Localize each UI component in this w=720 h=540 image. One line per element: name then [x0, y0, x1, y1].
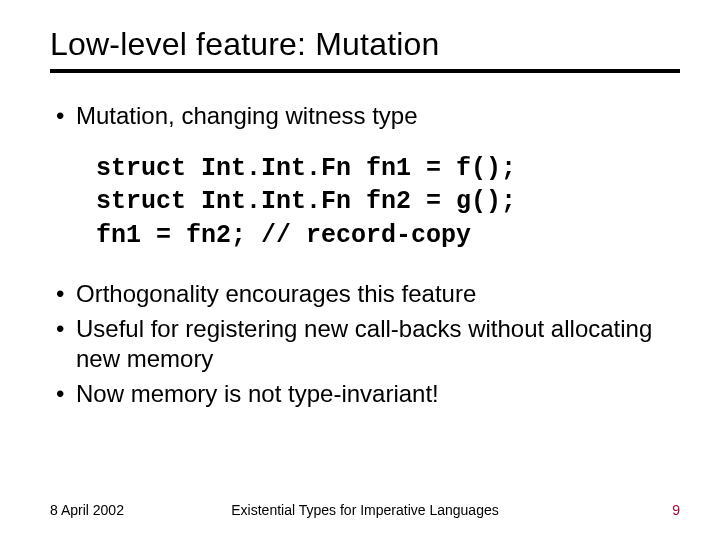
bullets-bottom: Orthogonality encourages this feature Us… [52, 279, 680, 410]
bullet-item: Mutation, changing witness type [52, 101, 680, 132]
code-block: struct Int.Int.Fn fn1 = f(); struct Int.… [96, 152, 680, 253]
bullet-item: Now memory is not type-invariant! [52, 379, 680, 410]
title-rule [50, 69, 680, 73]
footer-page: 9 [672, 502, 680, 518]
slide-title: Low-level feature: Mutation [50, 26, 680, 63]
bullet-item: Useful for registering new call-backs wi… [52, 314, 680, 375]
bullet-item: Orthogonality encourages this feature [52, 279, 680, 310]
footer-title: Existential Types for Imperative Languag… [50, 502, 680, 518]
slide: Low-level feature: Mutation Mutation, ch… [0, 0, 720, 540]
footer: 8 April 2002 Existential Types for Imper… [50, 502, 680, 518]
bullets-top: Mutation, changing witness type [52, 101, 680, 132]
